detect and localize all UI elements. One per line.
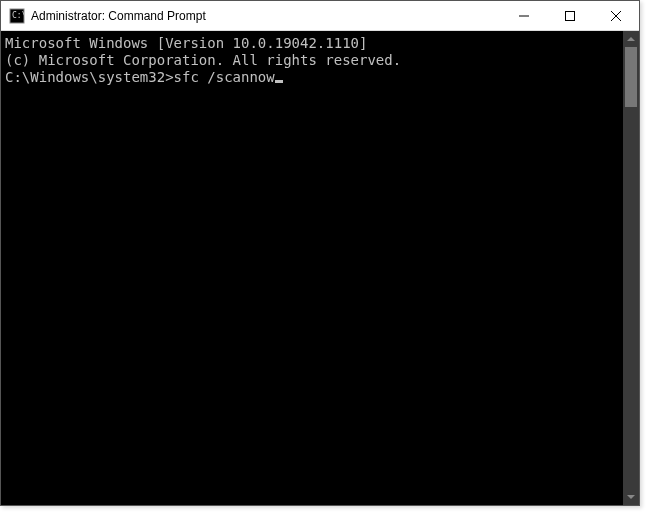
scrollbar-down-icon[interactable] bbox=[623, 489, 639, 505]
scrollbar-thumb[interactable] bbox=[625, 47, 637, 107]
prompt-text: C:\Windows\system32> bbox=[5, 69, 174, 85]
window-title: Administrator: Command Prompt bbox=[31, 9, 206, 23]
minimize-button[interactable] bbox=[501, 1, 547, 30]
copyright-line: (c) Microsoft Corporation. All rights re… bbox=[5, 52, 619, 69]
prompt-line: C:\Windows\system32>sfc /scannow bbox=[5, 69, 619, 86]
cursor bbox=[275, 80, 283, 83]
close-button[interactable] bbox=[593, 1, 639, 30]
cmd-icon: C:\ bbox=[9, 8, 25, 24]
command-text: sfc /scannow bbox=[174, 69, 275, 85]
titlebar[interactable]: C:\ Administrator: Command Prompt bbox=[1, 1, 639, 31]
command-prompt-window: C:\ Administrator: Command Prompt Micros… bbox=[0, 0, 640, 506]
vertical-scrollbar[interactable] bbox=[623, 31, 639, 505]
maximize-button[interactable] bbox=[547, 1, 593, 30]
version-line: Microsoft Windows [Version 10.0.19042.11… bbox=[5, 35, 619, 52]
scrollbar-up-icon[interactable] bbox=[623, 31, 639, 47]
terminal-output[interactable]: Microsoft Windows [Version 10.0.19042.11… bbox=[1, 31, 623, 505]
window-controls bbox=[501, 1, 639, 30]
svg-rect-3 bbox=[566, 11, 575, 20]
terminal-area: Microsoft Windows [Version 10.0.19042.11… bbox=[1, 31, 639, 505]
svg-text:C:\: C:\ bbox=[12, 11, 25, 20]
